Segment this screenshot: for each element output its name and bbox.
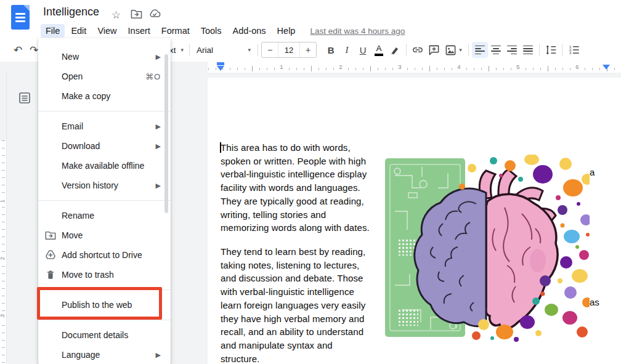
numbered-list-button[interactable]: 123: [566, 42, 582, 58]
trash-icon: [45, 269, 56, 280]
ruler-number: 1: [278, 63, 285, 70]
menu-item-open[interactable]: Open ⌘O: [38, 67, 171, 86]
justify-button[interactable]: [520, 42, 536, 58]
logo-line: [15, 13, 25, 15]
menu-item-make-available-offline[interactable]: Make available offline: [38, 156, 171, 176]
menu-item-document-details[interactable]: Document details: [38, 325, 171, 345]
submenu-arrow-icon: ▶: [156, 182, 161, 190]
menu-item-label: Make available offline: [62, 161, 144, 171]
align-right-button[interactable]: [504, 42, 520, 58]
paragraph-1[interactable]: This area has to do with words, spoken o…: [221, 141, 380, 235]
ruler-number: 1: [0, 198, 6, 204]
right-indent-marker[interactable]: [603, 65, 610, 70]
menu-format[interactable]: Format: [156, 24, 195, 38]
chevron-down-icon: ▾: [459, 47, 462, 53]
toolbar-divider: [539, 44, 540, 56]
menu-item-language[interactable]: Language ▶: [38, 345, 171, 364]
text-color-letter: A: [376, 44, 382, 53]
font-size-control: − 12 +: [261, 42, 317, 58]
submenu-arrow-icon: ▶: [156, 123, 161, 131]
first-line-indent-marker[interactable]: [217, 62, 224, 65]
font-family-dropdown[interactable]: Arial ▾: [193, 42, 254, 58]
left-indent-marker[interactable]: [217, 66, 224, 71]
menu-item-make-a-copy[interactable]: Make a copy: [38, 86, 171, 106]
menu-bar: File Edit View Insert Format Tools Add-o…: [41, 23, 405, 38]
italic-button[interactable]: I: [339, 42, 355, 58]
align-left-button[interactable]: [472, 42, 488, 58]
menu-item-label: Download: [62, 141, 100, 151]
menu-item-label: Email: [62, 121, 83, 131]
ruler-page-area: 1 2 3 4 5 6: [208, 62, 621, 73]
vertical-ruler-ticks: [2, 140, 5, 364]
menu-item-label: Open: [62, 71, 83, 81]
menu-item-label: Language: [62, 350, 100, 360]
menu-scrollbar[interactable]: [164, 54, 168, 213]
menu-item-rename[interactable]: Rename: [38, 206, 171, 225]
menu-item-add-shortcut-to-drive[interactable]: Add shortcut to Drive: [38, 245, 171, 265]
annotation-red-box: [37, 287, 162, 320]
bold-button[interactable]: B: [323, 42, 339, 58]
menu-file[interactable]: File: [41, 24, 65, 38]
vertical-ruler: 1 2 3: [0, 73, 7, 364]
ruler-number: 6: [574, 63, 580, 70]
menu-divider: [38, 320, 171, 320]
menu-tools[interactable]: Tools: [196, 24, 227, 38]
keyboard-shortcut: ⌘O: [145, 72, 161, 81]
star-icon[interactable]: ☆: [112, 9, 121, 22]
ruler-number: 3: [396, 63, 403, 70]
menu-item-new[interactable]: New ▶: [38, 47, 171, 67]
text-color-swatch: [375, 54, 383, 56]
menu-item-move[interactable]: Move: [38, 225, 171, 245]
undo-button[interactable]: ↶: [10, 42, 26, 58]
move-folder-icon[interactable]: [131, 9, 142, 19]
menu-addons[interactable]: Add-ons: [228, 24, 271, 38]
chevron-down-icon: ▾: [181, 47, 184, 53]
menu-item-version-history[interactable]: Version history ▶: [38, 176, 171, 195]
toolbar-divider: [258, 44, 258, 56]
wrapped-text-fragment[interactable]: as: [590, 297, 599, 307]
underline-button[interactable]: U: [355, 42, 371, 58]
menu-edit[interactable]: Edit: [66, 24, 91, 38]
highlight-color-button[interactable]: [387, 42, 403, 58]
menu-item-label: Version history: [62, 180, 118, 190]
menu-item-label: Move to trash: [62, 270, 114, 280]
submenu-arrow-icon: ▶: [156, 351, 161, 359]
line-spacing-button[interactable]: [543, 42, 559, 58]
toolbar-divider: [562, 44, 562, 56]
menu-item-label: Add shortcut to Drive: [62, 250, 142, 260]
font-size-input[interactable]: 12: [278, 42, 300, 57]
font-size-increase-button[interactable]: +: [300, 42, 316, 57]
toolbar-divider: [468, 44, 469, 56]
add-comment-button[interactable]: [426, 42, 442, 58]
menu-help[interactable]: Help: [272, 24, 301, 38]
wrapped-text-fragment[interactable]: a: [590, 167, 595, 177]
toolbar-divider: [189, 44, 190, 56]
toolbar-divider: [406, 44, 407, 56]
ruler-number: 4: [455, 63, 462, 70]
ruler-number: 5: [514, 63, 521, 70]
cloud-saved-icon[interactable]: [148, 9, 161, 18]
logo-line: [15, 20, 25, 22]
menu-item-email[interactable]: Email ▶: [38, 116, 171, 136]
document-outline-button[interactable]: [16, 89, 33, 107]
paragraph-2[interactable]: They tend to learn best by reading, taki…: [221, 245, 380, 364]
menu-item-move-to-trash[interactable]: Move to trash: [38, 265, 171, 285]
font-value: Arial: [197, 46, 213, 55]
text-color-button[interactable]: A: [371, 42, 387, 58]
insert-link-button[interactable]: [410, 42, 426, 58]
menu-item-label: Rename: [62, 211, 94, 220]
menu-view[interactable]: View: [92, 24, 121, 38]
align-center-button[interactable]: [488, 42, 504, 58]
document-title[interactable]: Intelligence: [43, 6, 99, 18]
menu-item-download[interactable]: Download ▶: [38, 136, 171, 156]
last-edit-link[interactable]: Last edit was 4 hours ago: [310, 26, 405, 36]
menu-divider: [38, 200, 171, 201]
insert-image-button[interactable]: ▾: [442, 42, 465, 58]
menu-item-label: Move: [62, 230, 83, 240]
brain-heart-image[interactable]: [384, 155, 590, 343]
menu-insert[interactable]: Insert: [123, 24, 155, 38]
font-size-decrease-button[interactable]: −: [262, 42, 278, 57]
submenu-arrow-icon: ▶: [156, 53, 161, 61]
google-docs-logo[interactable]: [11, 5, 30, 30]
logo-fold: [23, 5, 30, 11]
